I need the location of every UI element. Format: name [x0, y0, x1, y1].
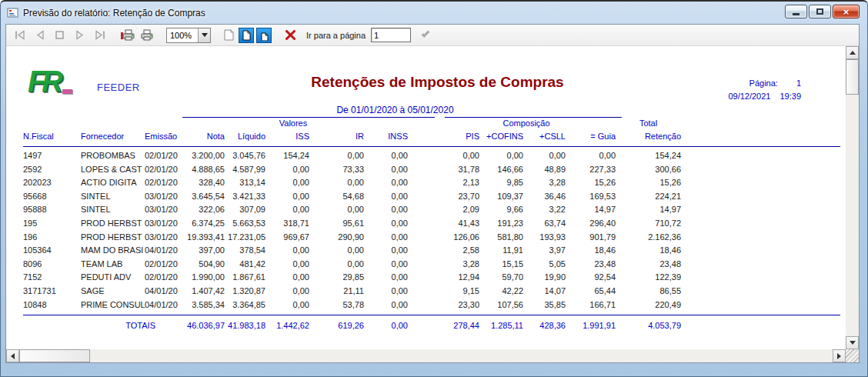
cell: 36,46: [523, 190, 566, 204]
horizontal-scrollbar[interactable]: [6, 349, 846, 362]
group-composicao: Composição: [437, 115, 616, 131]
previous-page-button[interactable]: [31, 27, 48, 44]
close-preview-button[interactable]: [282, 27, 299, 44]
column-gap: [408, 149, 437, 163]
cell: 54,68: [309, 190, 364, 204]
cell: 23,30: [437, 299, 479, 312]
cell: 03/01/20: [145, 203, 179, 217]
scroll-left-button[interactable]: [6, 349, 19, 362]
cell: 29,85: [309, 271, 364, 285]
cell: 2,13: [437, 176, 479, 190]
total-cofins: 1.285,11: [479, 312, 523, 332]
cell: 0,00: [265, 285, 309, 299]
col-emissao: Emissão: [145, 131, 179, 149]
app-frame: 100%: [5, 24, 860, 363]
report-preview-window: Previsão do relatório: Retenção de Compr…: [0, 0, 868, 377]
cell: SAGE: [81, 285, 145, 299]
cell: 92,54: [566, 271, 616, 285]
cell: 3,28: [523, 176, 566, 190]
column-gap: [408, 299, 437, 312]
print-button[interactable]: [139, 27, 156, 44]
confirm-goto-button[interactable]: [419, 30, 432, 41]
scroll-right-button[interactable]: [833, 349, 846, 362]
cell: 901,79: [566, 231, 616, 245]
column-gap: [408, 217, 437, 231]
col-fornecedor: Fornecedor: [81, 131, 145, 149]
cell: 504,90: [179, 258, 225, 272]
cell: 2.162,36: [616, 231, 681, 245]
cell: 0,00: [364, 258, 408, 272]
single-page-icon: [224, 29, 234, 41]
vertical-scroll-thumb[interactable]: [846, 59, 859, 95]
maximize-button[interactable]: [809, 5, 831, 18]
column-gap: [408, 115, 437, 131]
cell: 41,43: [437, 217, 479, 231]
next-page-button[interactable]: [71, 27, 88, 44]
first-page-button[interactable]: [11, 27, 28, 44]
minimize-button[interactable]: [785, 5, 807, 18]
cell: 02/01/20: [145, 176, 179, 190]
stop-icon: [55, 30, 65, 40]
totals-row: TOTAIS 46.036,97 41.983,18 1.442,62 619,…: [23, 312, 681, 332]
cell: 6.374,25: [179, 217, 225, 231]
cell: 0,00: [265, 203, 309, 217]
previous-page-icon: [35, 30, 45, 40]
cell: 95,61: [309, 217, 364, 231]
minimize-icon: [793, 13, 800, 15]
cell: 202023: [23, 176, 81, 190]
cell: 3.200,00: [179, 149, 225, 163]
goto-page-input[interactable]: [371, 28, 411, 42]
close-button[interactable]: ×: [833, 5, 860, 18]
cell: 126,06: [437, 231, 479, 245]
page-number: 1: [796, 78, 801, 88]
fit-page-button[interactable]: [239, 28, 254, 43]
zoom-dropdown-button[interactable]: [198, 28, 210, 42]
cell: 0,00: [566, 149, 616, 163]
col-ir: IR: [309, 131, 364, 149]
single-page-button[interactable]: [221, 28, 236, 43]
cell: 196: [23, 231, 81, 245]
cell: 0,00: [265, 163, 309, 177]
cell: 481,42: [225, 258, 265, 272]
col-guia: = Guia: [566, 131, 616, 149]
total-pis: 278,44: [437, 312, 479, 332]
scroll-down-button[interactable]: [846, 336, 859, 349]
scroll-up-button[interactable]: [846, 46, 859, 59]
zoom-select[interactable]: 100%: [166, 28, 211, 43]
fit-width-button[interactable]: [256, 28, 272, 43]
cell: 95888: [23, 203, 81, 217]
arrow-left-icon: [11, 353, 15, 359]
horizontal-scroll-thumb[interactable]: [19, 349, 90, 362]
column-gap: [408, 244, 437, 258]
cell: 3,28: [437, 258, 479, 272]
table-row: 10848PRIME CONSUL04/01/203.585,343.364,8…: [23, 299, 681, 312]
table-row: 202023ACTIO DIGITA02/01/20328,40313,140,…: [23, 176, 681, 190]
cell: 0,00: [364, 299, 408, 312]
cell: 0,00: [309, 149, 364, 163]
resize-grip[interactable]: [846, 349, 859, 362]
titlebar[interactable]: Previsão do relatório: Retenção de Compr…: [1, 2, 867, 24]
cell: 04/01/20: [145, 285, 179, 299]
vertical-scrollbar[interactable]: [846, 46, 859, 349]
cell: 23,70: [437, 190, 479, 204]
total-csll: 428,36: [523, 312, 566, 332]
cell: 53,78: [309, 299, 364, 312]
column-header-row: N.Fiscal Fornecedor Emissão Nota Líquido…: [23, 131, 681, 149]
cell: 15,26: [616, 176, 681, 190]
cell: PROD HERBST: [81, 231, 145, 245]
cell: LOPES & CAST: [81, 163, 145, 177]
total-ir: 619,26: [309, 312, 364, 332]
last-page-button[interactable]: [91, 27, 108, 44]
col-liquido: Líquido: [225, 131, 265, 149]
table-row: 8096TEAM LAB02/01/20504,90481,420,000,00…: [23, 258, 681, 272]
col-pis: PIS: [437, 131, 479, 149]
stop-button[interactable]: [51, 27, 68, 44]
report-table: Valores Composição Total N.Fiscal Fornec…: [23, 115, 681, 332]
cell: 3.421,33: [225, 190, 265, 204]
printer-setup-button[interactable]: [119, 27, 136, 44]
cell: 0,00: [364, 244, 408, 258]
cell: 227,33: [566, 163, 616, 177]
cell: 378,54: [225, 244, 265, 258]
print-time: 19:39: [780, 92, 801, 101]
cell: 59,70: [479, 271, 523, 285]
